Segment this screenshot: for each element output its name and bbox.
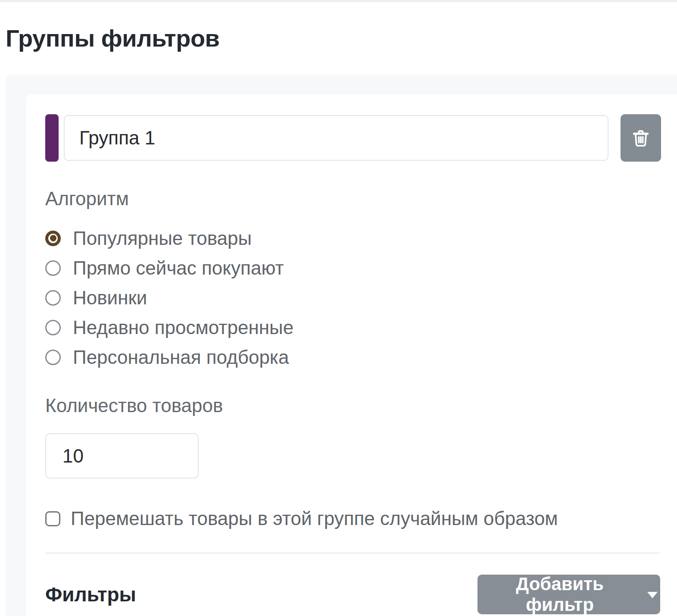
filters-header-row: Фильтры Добавить фильтр xyxy=(45,574,660,615)
page: Группы фильтров Алгоритм Популя xyxy=(0,0,677,616)
shuffle-row[interactable]: Перемешать товары в этой группе случайны… xyxy=(45,508,558,529)
algorithm-option-personal[interactable]: Персональная подборка xyxy=(45,342,293,372)
radio-option-label: Новинки xyxy=(73,287,147,309)
algorithm-option-buying-now[interactable]: Прямо сейчас покупают xyxy=(45,253,293,283)
radio-option-label: Персональная подборка xyxy=(73,347,289,368)
radio-unchecked-icon[interactable] xyxy=(45,350,61,365)
algorithm-option-recently-viewed[interactable]: Недавно просмотренные xyxy=(45,313,293,342)
radio-option-label: Недавно просмотренные xyxy=(73,317,293,338)
chevron-down-icon xyxy=(647,592,658,598)
add-filter-button[interactable]: Добавить фильтр xyxy=(477,575,660,614)
radio-checked-icon[interactable] xyxy=(45,231,61,246)
algorithm-radio-group: Популярные товары Прямо сейчас покупают … xyxy=(45,223,293,372)
page-title: Группы фильтров xyxy=(6,24,220,52)
radio-option-label: Прямо сейчас покупают xyxy=(73,257,284,279)
shuffle-label: Перемешать товары в этой группе случайны… xyxy=(71,508,558,529)
divider xyxy=(45,553,660,553)
quantity-input[interactable] xyxy=(45,433,199,478)
filter-groups-panel: Алгоритм Популярные товары Прямо сейчас … xyxy=(6,75,677,616)
top-divider xyxy=(0,0,677,2)
algorithm-option-popular[interactable]: Популярные товары xyxy=(45,223,293,253)
radio-unchecked-icon[interactable] xyxy=(45,260,61,276)
group-color-bar xyxy=(45,114,59,162)
filters-heading: Фильтры xyxy=(45,583,136,606)
group-card: Алгоритм Популярные товары Прямо сейчас … xyxy=(26,94,677,616)
algorithm-option-new[interactable]: Новинки xyxy=(45,283,293,313)
trash-icon xyxy=(630,128,651,148)
group-name-input[interactable] xyxy=(64,115,608,161)
delete-group-button[interactable] xyxy=(621,114,661,162)
shuffle-checkbox[interactable] xyxy=(45,511,60,526)
algorithm-label: Алгоритм xyxy=(45,188,129,210)
radio-unchecked-icon[interactable] xyxy=(45,320,61,335)
radio-unchecked-icon[interactable] xyxy=(45,290,61,306)
add-filter-button-label: Добавить фильтр xyxy=(480,574,640,615)
quantity-label: Количество товаров xyxy=(45,395,223,416)
radio-option-label: Популярные товары xyxy=(73,228,252,249)
